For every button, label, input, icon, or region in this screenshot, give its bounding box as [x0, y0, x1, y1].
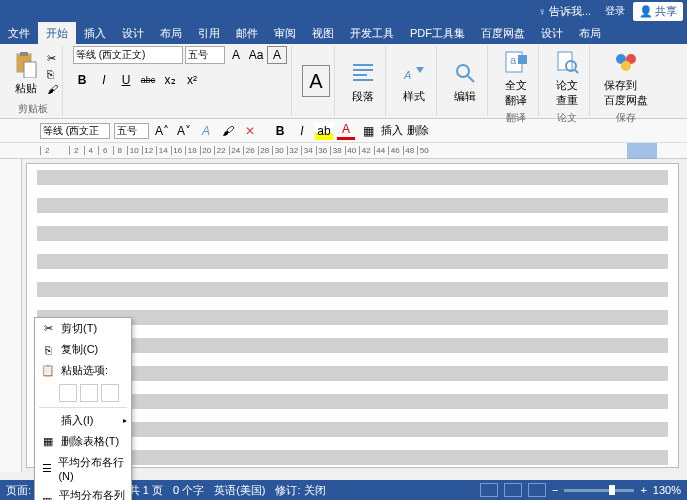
translate-icon: a	[502, 48, 530, 76]
mini-delete[interactable]: 删除	[407, 123, 429, 138]
mini-border-icon[interactable]: ▦	[359, 122, 377, 140]
scissors-icon: ✂	[41, 322, 55, 336]
translate-button[interactable]: a全文翻译	[498, 46, 534, 110]
paragraph-group: 段落	[341, 46, 386, 116]
paste-icon: 📋	[41, 364, 55, 378]
mini-clear-icon[interactable]: ✕	[241, 122, 259, 140]
style-a-group: A	[298, 46, 335, 116]
tab-视图[interactable]: 视图	[304, 22, 342, 44]
view-print-layout[interactable]	[504, 483, 522, 497]
underline-button[interactable]: U	[117, 71, 135, 89]
tab-设计[interactable]: 设计	[533, 22, 571, 44]
ctx-cut[interactable]: ✂剪切(T)	[35, 318, 131, 339]
paste-keep-source[interactable]	[59, 384, 77, 402]
paste-button[interactable]: 粘贴	[8, 49, 44, 98]
svg-text:a: a	[510, 54, 517, 66]
tell-me[interactable]: ♀ 告诉我...	[533, 2, 597, 21]
zoom-out[interactable]: −	[552, 484, 558, 496]
ctx-distribute-cols[interactable]: ▥平均分布各列(Y)	[35, 485, 131, 500]
format-painter-icon[interactable]: 🖌	[47, 83, 58, 95]
paragraph-icon	[349, 59, 377, 87]
font-name-select[interactable]	[73, 46, 183, 64]
grow-font-icon[interactable]: A	[227, 46, 245, 64]
view-read-mode[interactable]	[480, 483, 498, 497]
mini-bold[interactable]: B	[271, 122, 289, 140]
svg-rect-12	[518, 55, 527, 64]
cut-icon[interactable]: ✂	[47, 52, 58, 65]
svg-line-9	[468, 76, 474, 82]
paste-merge[interactable]	[80, 384, 98, 402]
mini-highlight-icon[interactable]: ab	[315, 122, 333, 140]
zoom-in[interactable]: +	[640, 484, 646, 496]
tab-布局[interactable]: 布局	[571, 22, 609, 44]
mini-italic[interactable]: I	[293, 122, 311, 140]
tab-布局[interactable]: 布局	[152, 22, 190, 44]
superscript-button[interactable]: x²	[183, 71, 201, 89]
ribbon: 粘贴 ✂ ⎘ 🖌 剪贴板 A Aa A B I U abc x	[0, 44, 687, 119]
copy-icon: ⎘	[41, 343, 55, 357]
paste-text-only[interactable]	[101, 384, 119, 402]
font-size-select[interactable]	[185, 46, 225, 64]
zoom-slider[interactable]	[564, 489, 634, 492]
sb-track-changes[interactable]: 修订: 关闭	[275, 483, 325, 498]
table-row[interactable]	[37, 198, 668, 213]
tab-百度网盘[interactable]: 百度网盘	[473, 22, 533, 44]
mini-insert[interactable]: 插入	[381, 123, 403, 138]
strike-button[interactable]: abc	[139, 71, 157, 89]
table-row[interactable]	[37, 226, 668, 241]
copy-icon[interactable]: ⎘	[47, 68, 58, 80]
ctx-copy[interactable]: ⎘复制(C)	[35, 339, 131, 360]
translate-group: a全文翻译 翻译	[494, 46, 539, 116]
tab-开发工具[interactable]: 开发工具	[342, 22, 402, 44]
vertical-ruler[interactable]	[0, 159, 22, 472]
text-effects-icon[interactable]: A	[302, 65, 330, 97]
tab-开始[interactable]: 开始	[38, 22, 76, 44]
tab-文件[interactable]: 文件	[0, 22, 38, 44]
svg-rect-6	[353, 79, 373, 81]
styles-button[interactable]: A样式	[396, 57, 432, 106]
ctx-distribute-rows[interactable]: ☰平均分布各行(N)	[35, 452, 131, 485]
tab-邮件[interactable]: 邮件	[228, 22, 266, 44]
svg-rect-1	[20, 52, 28, 56]
styles-group: A样式	[392, 46, 437, 116]
change-case-icon[interactable]: Aa	[247, 46, 265, 64]
login-button[interactable]: 登录	[599, 2, 631, 20]
share-button[interactable]: 👤共享	[633, 2, 683, 21]
title-bar: ♀ 告诉我... 登录 👤共享	[0, 0, 687, 22]
char-border-icon[interactable]: A	[267, 46, 287, 64]
table-row[interactable]	[37, 170, 668, 185]
ctx-delete-table[interactable]: ▦删除表格(T)	[35, 431, 131, 452]
thesis-group: 论文查重 论文	[545, 46, 590, 116]
view-web-layout[interactable]	[528, 483, 546, 497]
mini-font-select[interactable]	[40, 123, 110, 139]
bold-button[interactable]: B	[73, 71, 91, 89]
mini-painter-icon[interactable]: 🖌	[219, 122, 237, 140]
editing-button[interactable]: 编辑	[447, 57, 483, 106]
mini-styles-icon[interactable]: A	[197, 122, 215, 140]
mini-size-select[interactable]	[114, 123, 149, 139]
mini-grow-icon[interactable]: A˄	[153, 122, 171, 140]
mini-fontcolor-icon[interactable]: A	[337, 122, 355, 140]
svg-rect-2	[24, 62, 36, 78]
clipboard-group: 粘贴 ✂ ⎘ 🖌 剪贴板	[4, 46, 63, 116]
tab-插入[interactable]: 插入	[76, 22, 114, 44]
paste-icon	[12, 51, 40, 79]
sb-language[interactable]: 英语(美国)	[214, 483, 265, 498]
save-baidu-button[interactable]: 保存到百度网盘	[600, 46, 652, 110]
tab-审阅[interactable]: 审阅	[266, 22, 304, 44]
zoom-level[interactable]: 130%	[653, 484, 681, 496]
paragraph-button[interactable]: 段落	[345, 57, 381, 106]
delete-table-icon: ▦	[41, 435, 55, 449]
subscript-button[interactable]: x₂	[161, 71, 179, 89]
sb-words[interactable]: 0 个字	[173, 483, 204, 498]
mini-shrink-icon[interactable]: A˅	[175, 122, 193, 140]
italic-button[interactable]: I	[95, 71, 113, 89]
tab-PDF工具集[interactable]: PDF工具集	[402, 22, 473, 44]
tab-引用[interactable]: 引用	[190, 22, 228, 44]
table-row[interactable]	[37, 254, 668, 269]
thesis-check-button[interactable]: 论文查重	[549, 46, 585, 110]
horizontal-ruler[interactable]: 2246810121416182022242628303234363840424…	[0, 143, 687, 159]
tab-设计[interactable]: 设计	[114, 22, 152, 44]
ctx-insert[interactable]: 插入(I)▸	[35, 410, 131, 431]
table-row[interactable]	[37, 282, 668, 297]
